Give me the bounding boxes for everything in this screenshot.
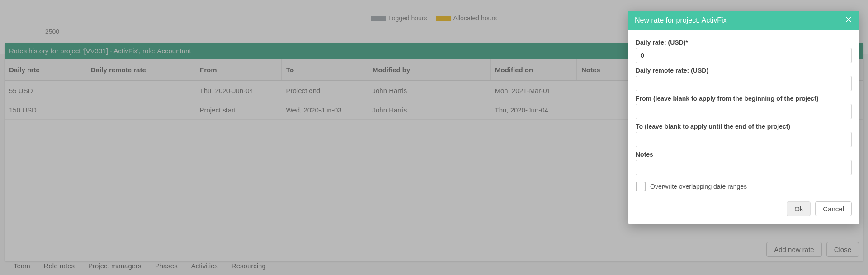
modal-title: New rate for project: ActivFix bbox=[635, 16, 844, 24]
label-from: From (leave blank to apply from the begi… bbox=[636, 95, 852, 102]
from-input[interactable] bbox=[636, 104, 852, 119]
modal-header: New rate for project: ActivFix bbox=[628, 11, 859, 30]
modal-body: Daily rate: (USD)* Daily remote rate: (U… bbox=[628, 30, 859, 195]
new-rate-modal: New rate for project: ActivFix Daily rat… bbox=[628, 11, 859, 224]
ok-button[interactable]: Ok bbox=[787, 201, 811, 216]
overwrite-label: Overwrite overlapping date ranges bbox=[650, 183, 747, 190]
label-notes: Notes bbox=[636, 151, 852, 158]
notes-input[interactable] bbox=[636, 160, 852, 175]
cancel-button[interactable]: Cancel bbox=[815, 201, 852, 216]
overwrite-checkbox[interactable] bbox=[636, 182, 646, 191]
label-to: To (leave blank to apply until the end o… bbox=[636, 123, 852, 130]
to-input[interactable] bbox=[636, 132, 852, 147]
close-icon[interactable] bbox=[844, 15, 853, 25]
daily-rate-input[interactable] bbox=[636, 48, 852, 63]
modal-footer: Ok Cancel bbox=[628, 195, 859, 224]
label-daily-remote-rate: Daily remote rate: (USD) bbox=[636, 67, 852, 74]
daily-remote-rate-input[interactable] bbox=[636, 76, 852, 91]
label-daily-rate: Daily rate: (USD)* bbox=[636, 39, 852, 46]
